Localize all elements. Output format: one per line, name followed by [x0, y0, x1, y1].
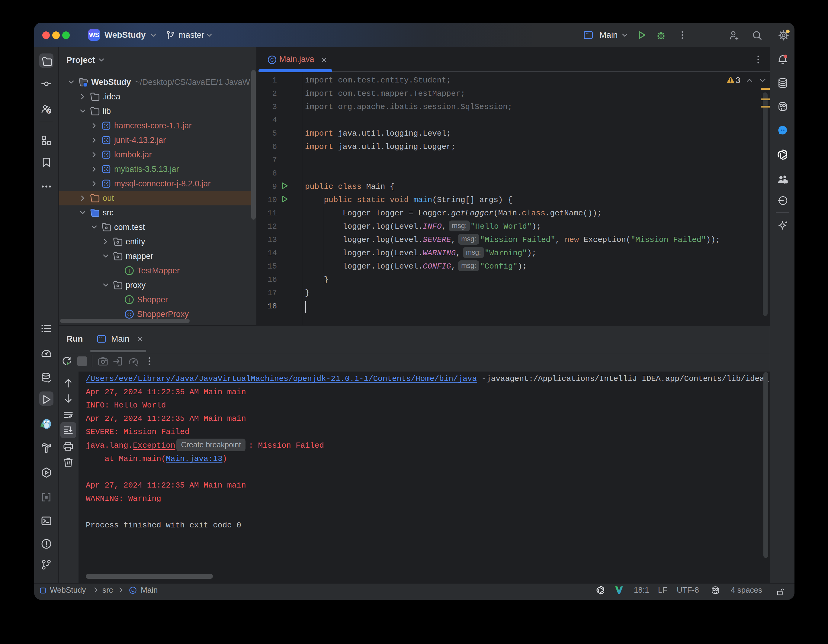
svg-text:C: C [270, 57, 274, 63]
svg-text:I: I [129, 268, 130, 274]
svg-text:C: C [127, 311, 131, 317]
svg-text:I: I [129, 297, 130, 303]
svg-text:?: ? [47, 109, 50, 113]
svg-text:C: C [131, 588, 134, 593]
